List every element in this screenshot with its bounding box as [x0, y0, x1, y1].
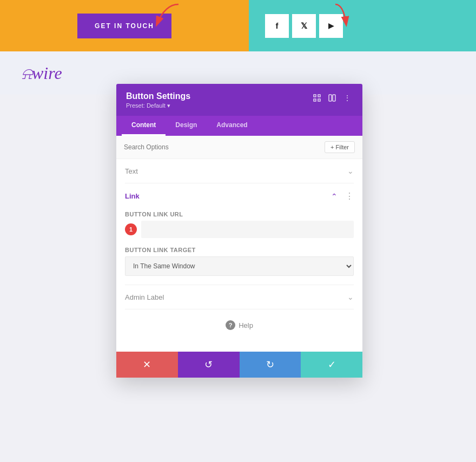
modal-body: Text ⌄ Link ⌃ ⋮ Button Link URL 1 Button…: [116, 159, 362, 352]
svg-rect-6: [329, 95, 332, 101]
link-section-content: Button Link URL 1 Button Link Target In …: [125, 206, 354, 285]
link-section-label: Link: [125, 192, 140, 200]
split-view-icon[interactable]: [327, 93, 338, 103]
link-chevron-icon: ⌃: [331, 192, 338, 201]
more-options-icon[interactable]: ⋮: [342, 93, 353, 103]
button-link-url-input[interactable]: [141, 221, 354, 238]
button-settings-modal: Button Settings Preset: Default ▾ ⋮ Cont…: [116, 84, 362, 378]
modal-title-group: Button Settings Preset: Default ▾: [126, 91, 190, 109]
link-section-row[interactable]: Link ⌃ ⋮: [125, 183, 354, 206]
fullscreen-icon[interactable]: [312, 93, 322, 103]
help-text: Help: [239, 321, 253, 329]
tab-design[interactable]: Design: [166, 116, 207, 136]
search-options-input[interactable]: [124, 143, 325, 151]
help-icon: ?: [226, 320, 235, 330]
text-chevron-icon: ⌄: [347, 167, 354, 175]
admin-label-section-label: Admin Label: [125, 293, 164, 301]
button-link-target-label: Button Link Target: [125, 247, 354, 253]
svg-rect-4: [314, 99, 316, 101]
search-bar: + Filter: [116, 136, 362, 159]
preview-left: GET IN TOUCH: [0, 0, 249, 51]
tab-content[interactable]: Content: [122, 116, 166, 136]
text-section-row[interactable]: Text ⌄: [125, 159, 354, 183]
modal-header: Button Settings Preset: Default ▾ ⋮: [116, 84, 362, 116]
help-row[interactable]: ? Help: [125, 309, 354, 341]
modal-header-icons: ⋮: [312, 93, 353, 103]
button-link-url-label: Button Link URL: [125, 211, 354, 217]
modal-footer: ✕ ↺ ↻ ✓: [116, 352, 362, 378]
modal-tabs: Content Design Advanced: [116, 116, 362, 136]
button-link-target-select[interactable]: In The Same Window In The New Window: [125, 256, 354, 276]
facebook-icon: f: [276, 21, 279, 30]
svg-rect-7: [333, 95, 335, 101]
link-section-menu-icon[interactable]: ⋮: [345, 191, 354, 201]
badge-num: 1: [125, 223, 137, 235]
save-button[interactable]: ✓: [301, 352, 362, 378]
svg-rect-3: [318, 95, 320, 97]
svg-rect-5: [318, 99, 320, 101]
preview-area: GET IN TOUCH f 𝕏 ▶: [0, 0, 476, 51]
reset-button[interactable]: ↺: [178, 352, 240, 378]
redo-button[interactable]: ↻: [240, 352, 301, 378]
logo: ⍾wire: [22, 63, 62, 83]
svg-rect-2: [314, 95, 316, 97]
modal-preset[interactable]: Preset: Default ▾: [126, 102, 190, 109]
button-link-url-row: 1: [125, 221, 354, 238]
cancel-button[interactable]: ✕: [116, 352, 178, 378]
filter-button[interactable]: + Filter: [325, 141, 355, 153]
tab-advanced[interactable]: Advanced: [207, 116, 257, 136]
admin-label-section-row[interactable]: Admin Label ⌄: [125, 285, 354, 309]
facebook-icon-box[interactable]: f: [265, 14, 289, 38]
modal-title: Button Settings: [126, 91, 190, 101]
text-section-label: Text: [125, 167, 138, 175]
admin-chevron-icon: ⌄: [347, 293, 354, 301]
